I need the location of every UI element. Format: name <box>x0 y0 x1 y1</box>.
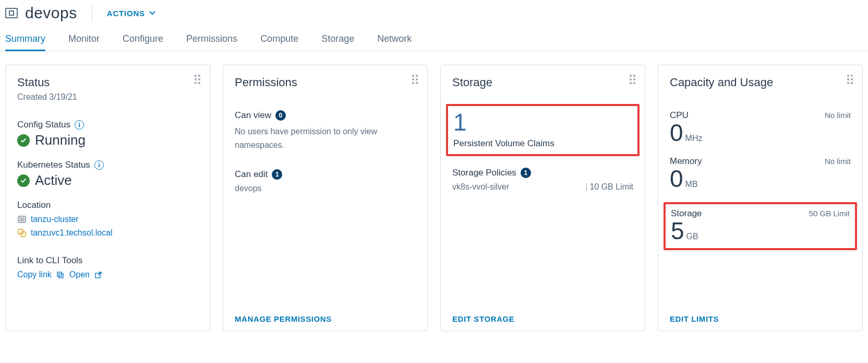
vcenter-icon <box>17 228 27 238</box>
svg-rect-2 <box>22 218 24 221</box>
edit-storage-button[interactable]: EDIT STORAGE <box>452 305 633 323</box>
storage-usage-row: Storage 50 GB Limit <box>671 208 850 219</box>
cli-tools-label: Link to CLI Tools <box>17 255 198 266</box>
cluster-link[interactable]: tanzu-cluster <box>31 215 79 224</box>
storage-policy-name: vk8s-vvol-silver <box>452 182 509 192</box>
storage-card: Storage 1 Persistent Volume Claims Stora… <box>440 65 645 331</box>
tab-configure[interactable]: Configure <box>123 33 163 51</box>
can-edit-count-badge: 1 <box>272 169 282 180</box>
tab-compute[interactable]: Compute <box>260 33 298 51</box>
config-status-value: Running <box>35 132 86 148</box>
tab-bar: Summary Monitor Configure Permissions Co… <box>0 22 868 51</box>
storage-policy-item: vk8s-vvol-silver |10 GB Limit <box>452 182 633 192</box>
edit-limits-button[interactable]: EDIT LIMITS <box>670 305 851 323</box>
k8s-status-label: Kubernetes Status i <box>17 160 198 170</box>
info-icon[interactable]: i <box>94 160 104 170</box>
vc-link-row: tanzuvc1.techsol.local <box>17 228 198 238</box>
storage-usage-unit: GB <box>684 232 698 241</box>
page-title: devops <box>25 4 77 22</box>
svg-rect-6 <box>59 274 63 278</box>
storage-policies-label: Storage Policies <box>452 168 516 178</box>
check-circle-icon <box>17 134 30 147</box>
pvc-count: 1 <box>453 110 632 134</box>
actions-label: ACTIONS <box>107 9 145 18</box>
cpu-value: 0 <box>670 119 683 146</box>
can-view-row: Can view 0 <box>235 110 416 121</box>
tab-summary[interactable]: Summary <box>5 33 45 51</box>
capacity-card: Capacity and Usage CPU No limit 0MHz Mem… <box>658 65 863 331</box>
page-header: devops ACTIONS <box>0 0 868 22</box>
manage-permissions-button[interactable]: MANAGE PERMISSIONS <box>235 305 416 323</box>
memory-row: Memory No limit <box>670 156 851 167</box>
memory-value: 0 <box>670 165 683 192</box>
storage-usage-value: 5 <box>671 217 684 244</box>
cli-links-row: Copy link Open <box>17 270 198 279</box>
location-label: Location <box>17 200 198 210</box>
drag-handle-icon[interactable] <box>847 75 853 84</box>
svg-rect-5 <box>57 272 62 276</box>
cpu-unit: MHz <box>683 134 703 143</box>
tab-network[interactable]: Network <box>377 33 412 51</box>
copy-link[interactable]: Copy link <box>17 270 52 279</box>
can-edit-user: devops <box>235 184 416 193</box>
can-edit-row: Can edit 1 <box>235 169 416 180</box>
memory-limit: No limit <box>825 157 851 166</box>
can-view-count-badge: 0 <box>275 110 286 121</box>
config-status-label: Config Status i <box>17 120 198 130</box>
divider <box>92 4 92 22</box>
storage-policies-count-badge: 1 <box>521 168 531 178</box>
memory-value-row: 0MB <box>670 167 851 191</box>
config-status-row: Running <box>17 132 198 148</box>
status-created: Created 3/19/21 <box>17 92 198 102</box>
permissions-title: Permissions <box>235 76 416 89</box>
storage-usage-value-row: 5GB <box>671 219 850 243</box>
tab-monitor[interactable]: Monitor <box>68 33 100 51</box>
card-grid: Status Created 3/19/21 Config Status i R… <box>0 51 868 336</box>
memory-unit: MB <box>683 180 698 189</box>
chevron-down-icon <box>149 11 155 15</box>
storage-policies-row: Storage Policies 1 <box>452 168 633 178</box>
k8s-status-value: Active <box>35 172 72 189</box>
k8s-status-row: Active <box>17 172 198 189</box>
pvc-label: Persistent Volume Claims <box>453 138 632 149</box>
storage-policy-limit: |10 GB Limit <box>583 182 633 192</box>
open-link[interactable]: Open <box>69 270 90 279</box>
pvc-highlight: 1 Persistent Volume Claims <box>446 104 640 156</box>
can-view-label: Can view <box>235 110 271 121</box>
info-icon[interactable]: i <box>75 120 84 130</box>
tab-storage[interactable]: Storage <box>321 33 354 51</box>
namespace-icon <box>5 8 18 18</box>
cpu-row: CPU No limit <box>670 110 851 121</box>
drag-handle-icon[interactable] <box>630 75 635 84</box>
can-view-desc: No users have permission to only view na… <box>235 125 391 151</box>
tab-permissions[interactable]: Permissions <box>186 33 237 51</box>
cpu-value-row: 0MHz <box>670 121 851 145</box>
can-edit-label: Can edit <box>235 169 268 180</box>
cpu-limit: No limit <box>825 111 851 120</box>
permissions-card: Permissions Can view 0 No users have per… <box>223 65 428 331</box>
external-link-icon[interactable] <box>94 270 103 279</box>
cluster-link-row: tanzu-cluster <box>17 215 198 224</box>
title-wrap: devops <box>5 4 77 22</box>
svg-rect-0 <box>18 216 26 223</box>
cluster-icon <box>17 215 27 224</box>
storage-usage-highlight: Storage 50 GB Limit 5GB <box>664 202 857 250</box>
check-circle-icon <box>17 174 30 187</box>
actions-menu[interactable]: ACTIONS <box>107 9 155 18</box>
drag-handle-icon[interactable] <box>195 75 200 84</box>
storage-usage-limit: 50 GB Limit <box>809 209 850 218</box>
status-card: Status Created 3/19/21 Config Status i R… <box>5 65 210 331</box>
storage-title: Storage <box>452 76 633 89</box>
drag-handle-icon[interactable] <box>412 75 418 84</box>
status-title: Status <box>17 76 198 89</box>
svg-rect-1 <box>20 218 21 221</box>
copy-icon[interactable] <box>56 270 65 279</box>
capacity-title: Capacity and Usage <box>670 76 851 89</box>
vc-link[interactable]: tanzuvc1.techsol.local <box>31 228 113 238</box>
